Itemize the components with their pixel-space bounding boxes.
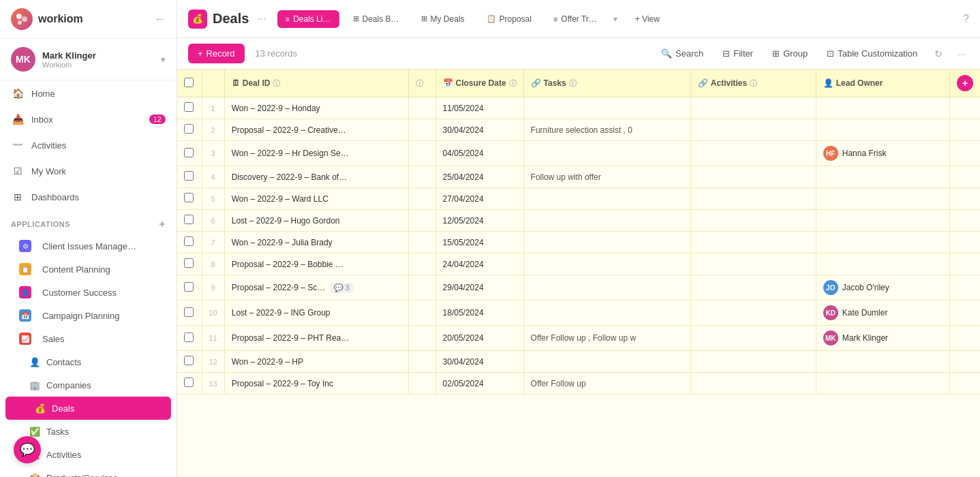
row-checkbox[interactable]	[184, 215, 194, 224]
customize-button[interactable]: ⊡ Table Customization	[821, 45, 923, 62]
th-tasks[interactable]: 🔗 Tasks ⓘ	[523, 70, 690, 97]
deal-id-cell[interactable]: Proposal – 2022-9 – Toy Inc	[224, 373, 408, 395]
nav-inbox[interactable]: 📥 Inbox 12	[0, 106, 177, 132]
row-checkbox[interactable]	[184, 102, 194, 112]
table-row[interactable]: 13Proposal – 2022-9 – Toy Inc02/05/2024O…	[177, 373, 980, 395]
th-deal-id[interactable]: 🗓 Deal ID ⓘ	[224, 70, 408, 97]
tasks-cell[interactable]	[523, 188, 690, 210]
sidebar-item-campaign-planning[interactable]: 📅 Campaign Planning	[0, 304, 177, 327]
nav-mywork[interactable]: ☑ My Work	[0, 158, 177, 184]
tasks-cell[interactable]: Furniture selection assist , 0	[523, 119, 690, 141]
deal-id-cell[interactable]: Won – 2022-9 – Honday	[224, 97, 408, 119]
deal-id-cell[interactable]: Proposal – 2022-9 – Bobbie …	[224, 253, 408, 275]
tasks-cell[interactable]	[523, 141, 690, 166]
nav-home[interactable]: 🏠 Home	[0, 80, 177, 106]
table-row[interactable]: 12Won – 2022-9 – HP30/04/2024	[177, 351, 980, 373]
table-row[interactable]: 3Won – 2022-9 – Hr Design Se…04/05/2024 …	[177, 141, 980, 166]
closure-date-info-icon[interactable]: ⓘ	[509, 78, 517, 89]
chat-bubble-button[interactable]: 💬	[14, 436, 41, 463]
deal-id-cell[interactable]: Won – 2022-9 – Ward LLC	[224, 188, 408, 210]
row-checkbox[interactable]	[184, 124, 194, 134]
deal-id-cell[interactable]: Lost – 2022-9 – ING Group	[224, 301, 408, 326]
table-row[interactable]: 10Lost – 2022-9 – ING Group18/05/2024 KD…	[177, 301, 980, 326]
row-checkbox[interactable]	[184, 236, 194, 246]
help-button[interactable]: ?	[963, 13, 969, 25]
add-column-button[interactable]: +	[957, 75, 973, 91]
lead-owner-cell	[816, 166, 949, 188]
row-checkbox[interactable]	[184, 282, 194, 292]
sidebar-collapse-button[interactable]: ←	[155, 13, 166, 25]
add-view-button[interactable]: + View	[628, 10, 667, 28]
nav-activities[interactable]: 〰 Activities	[0, 132, 177, 158]
add-record-button[interactable]: + Record	[188, 44, 245, 63]
tabs-dropdown-button[interactable]: ▾	[611, 12, 620, 27]
refresh-button[interactable]: ↻	[931, 45, 946, 63]
table-row[interactable]: 4Discovery – 2022-9 – Bank of…25/04/2024…	[177, 166, 980, 188]
select-all-checkbox[interactable]	[184, 78, 194, 87]
row-checkbox[interactable]	[184, 258, 194, 268]
tasks-cell[interactable]	[523, 97, 690, 119]
tasks-cell[interactable]	[523, 210, 690, 232]
deal-id-cell[interactable]: Proposal – 2022-9 – Sc… 💬 3	[224, 275, 408, 301]
th-lead-owner[interactable]: 👤 Lead Owner	[816, 70, 949, 97]
activities-info-icon[interactable]: ⓘ	[750, 78, 757, 89]
tasks-cell[interactable]	[523, 275, 690, 301]
filter-button[interactable]: ⊟ Filter	[717, 45, 759, 62]
deal-id-cell[interactable]: Lost – 2022-9 – Hugo Gordon	[224, 210, 408, 232]
sidebar-item-contacts[interactable]: 👤 Contacts	[0, 350, 177, 373]
sidebar-item-products[interactable]: 📦 Products/Services	[0, 466, 177, 477]
tasks-cell[interactable]	[523, 232, 690, 253]
tab-offer-tr[interactable]: ≡ Offer Tr…	[545, 10, 605, 28]
tab-my-deals[interactable]: ⊞ My Deals	[413, 10, 473, 28]
extra-info-icon[interactable]: ⓘ	[416, 79, 423, 87]
deal-id-cell[interactable]: Discovery – 2022-9 – Bank of…	[224, 166, 408, 188]
tasks-cell[interactable]	[523, 351, 690, 373]
row-checkbox[interactable]	[184, 148, 194, 157]
page-more-button[interactable]: ···	[257, 13, 266, 25]
deal-id-cell[interactable]: Proposal – 2022-9 – PHT Rea…	[224, 326, 408, 351]
tasks-cell[interactable]: Offer Follow up , Follow up w	[523, 326, 690, 351]
tasks-cell[interactable]	[523, 301, 690, 326]
table-row[interactable]: 5Won – 2022-9 – Ward LLC27/04/2024	[177, 188, 980, 210]
tasks-cell[interactable]: Follow up with offer	[523, 166, 690, 188]
row-checkbox[interactable]	[184, 333, 194, 342]
deal-id-cell[interactable]: Won – 2022-9 – HP	[224, 351, 408, 373]
tasks-cell[interactable]: Offer Follow up	[523, 373, 690, 395]
deal-id-cell[interactable]: Proposal – 2022-9 – Creative…	[224, 119, 408, 141]
applications-add-button[interactable]: +	[159, 218, 166, 230]
sidebar-item-customer-success[interactable]: 👤 Customer Success	[0, 281, 177, 304]
row-checkbox[interactable]	[184, 356, 194, 365]
nav-dashboards[interactable]: ⊞ Dashboards	[0, 184, 177, 210]
row-checkbox[interactable]	[184, 171, 194, 181]
search-button[interactable]: 🔍 Search	[656, 45, 709, 62]
table-row[interactable]: 9Proposal – 2022-9 – Sc… 💬 329/04/2024 J…	[177, 275, 980, 301]
tasks-info-icon[interactable]: ⓘ	[569, 78, 577, 89]
deal-id-cell[interactable]: Won – 2022-9 – Hr Design Se…	[224, 141, 408, 166]
table-row[interactable]: 8Proposal – 2022-9 – Bobbie …24/04/2024	[177, 253, 980, 275]
sidebar-item-client-issues[interactable]: ⚙ Client Issues Manage…	[0, 234, 177, 258]
more-options-button[interactable]: ···	[954, 45, 969, 63]
tab-proposal[interactable]: 📋 Proposal	[478, 10, 540, 28]
sidebar-item-companies[interactable]: 🏢 Companies	[0, 373, 177, 397]
table-row[interactable]: 7Won – 2022-9 – Julia Brady15/05/2024	[177, 232, 980, 253]
row-checkbox[interactable]	[184, 378, 194, 387]
tasks-cell[interactable]	[523, 253, 690, 275]
sidebar-item-deals[interactable]: 💰 Deals	[5, 397, 171, 420]
th-closure-date[interactable]: 📅 Closure Date ⓘ	[435, 70, 523, 97]
tab-deals-list[interactable]: ≡ Deals Li…	[277, 10, 339, 28]
th-add-column[interactable]: +	[950, 70, 981, 97]
table-row[interactable]: 1Won – 2022-9 – Honday11/05/2024	[177, 97, 980, 119]
table-row[interactable]: 2Proposal – 2022-9 – Creative…30/04/2024…	[177, 119, 980, 141]
user-profile[interactable]: MK Mark Klinger Workiom ▾	[0, 39, 177, 80]
deal-id-cell[interactable]: Won – 2022-9 – Julia Brady	[224, 232, 408, 253]
table-row[interactable]: 6Lost – 2022-9 – Hugo Gordon12/05/2024	[177, 210, 980, 232]
row-checkbox[interactable]	[184, 307, 194, 317]
sidebar-item-sales[interactable]: 📈 Sales	[0, 327, 177, 350]
table-row[interactable]: 11Proposal – 2022-9 – PHT Rea…20/05/2024…	[177, 326, 980, 351]
sidebar-item-content-planning[interactable]: 📋 Content Planning	[0, 258, 177, 281]
deal-id-info-icon[interactable]: ⓘ	[273, 78, 280, 89]
tab-deals-b[interactable]: ⊞ Deals B…	[345, 10, 408, 28]
row-checkbox[interactable]	[184, 193, 194, 202]
th-activities[interactable]: 🔗 Activities ⓘ	[690, 70, 816, 97]
group-button[interactable]: ⊞ Group	[767, 45, 813, 62]
